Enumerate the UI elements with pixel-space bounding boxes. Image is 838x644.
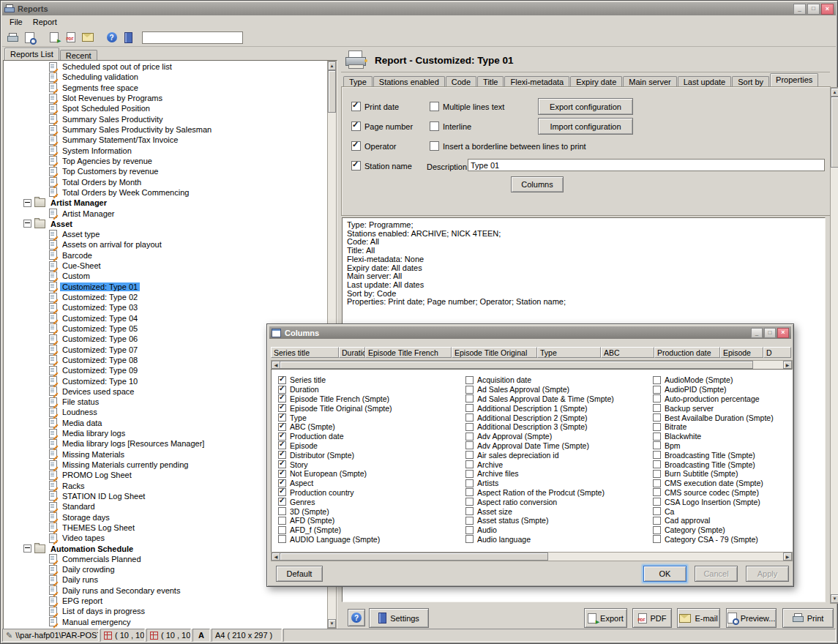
column-option[interactable]: AFD (Smpte) [278, 516, 463, 525]
checkbox-unchecked[interactable] [278, 535, 286, 543]
checkbox-unchecked[interactable] [653, 404, 661, 412]
tab-title[interactable]: Title [477, 76, 504, 87]
tree-item[interactable]: Top Agencies by revenue [4, 156, 328, 166]
tree-item[interactable]: Segments free space [4, 83, 328, 93]
tree-item[interactable]: Asset type [4, 229, 328, 239]
checkbox-unchecked[interactable] [465, 488, 474, 496]
column-option[interactable]: Episode Title Original (Smpte) [278, 403, 463, 413]
export-button[interactable]: Export [584, 608, 627, 628]
scrollbar-thumb[interactable] [280, 553, 548, 561]
column-option[interactable]: Archive files [465, 469, 650, 479]
column-option[interactable]: Story [278, 460, 463, 469]
import-configuration-button[interactable]: Import configuration [538, 118, 633, 135]
export-configuration-button[interactable]: Export configuration [538, 98, 633, 115]
checkbox-unchecked[interactable] [653, 433, 661, 441]
checkbox-unchecked[interactable] [653, 441, 661, 449]
checkbox-unchecked[interactable] [653, 535, 661, 543]
checkbox-unchecked[interactable] [465, 498, 474, 506]
property-option[interactable]: Page number [351, 116, 424, 136]
column-option[interactable]: Aspect ratio conversion [465, 497, 650, 506]
tree-item[interactable]: Scheduling validation [4, 72, 328, 82]
checkbox-checked[interactable] [278, 451, 286, 459]
checkbox-unchecked[interactable] [465, 460, 474, 468]
column-option[interactable]: Duration [278, 385, 463, 394]
column-option[interactable]: AudioMode (Smpte) [653, 375, 793, 385]
menu-report[interactable]: Report [28, 16, 62, 28]
tree-item[interactable]: Customized: Type 03 [4, 302, 328, 312]
column-option[interactable]: Cad approval [653, 516, 793, 525]
tree-item[interactable]: Top Customers by revenue [4, 166, 328, 176]
tab-code[interactable]: Code [446, 76, 476, 87]
column-option[interactable]: Genres [278, 497, 463, 506]
checkbox-unchecked[interactable] [653, 507, 661, 515]
column-option[interactable]: 3D (Smpte) [278, 506, 463, 516]
column-option[interactable]: AUDIO Language (Smpte) [278, 535, 463, 544]
column-option[interactable]: Adv Approval Date Time (Smpte) [465, 441, 650, 451]
tree-item[interactable]: Assets on arrival for playout [4, 239, 328, 250]
pdf-toolbar-button[interactable] [63, 30, 78, 45]
tree-item[interactable]: Manual emergency [4, 617, 328, 627]
checkbox-checked[interactable] [278, 441, 286, 449]
column-option[interactable]: Asset status (Smpte) [465, 516, 650, 525]
column-option[interactable]: Bitrate [653, 422, 793, 432]
export-toolbar-button[interactable] [46, 30, 61, 45]
checkbox-checked[interactable] [351, 141, 361, 151]
checkbox-unchecked[interactable] [465, 386, 474, 394]
property-option[interactable]: Operator [351, 136, 424, 156]
checkbox-unchecked[interactable] [465, 535, 474, 543]
checkbox-unchecked[interactable] [278, 517, 286, 525]
tab-properties[interactable]: Properties [770, 73, 818, 86]
checkbox-checked[interactable] [278, 376, 286, 384]
scroll-down-icon[interactable]: ▼ [328, 619, 336, 628]
email-button[interactable]: E-mail [677, 608, 720, 628]
column-option[interactable]: Asset size [465, 506, 650, 516]
column-option[interactable]: Aspect [278, 479, 463, 488]
checkbox-unchecked[interactable] [653, 451, 661, 459]
toolbar-search-input[interactable] [142, 31, 243, 44]
tree-item[interactable]: Spot Scheduled Position [4, 103, 328, 113]
tree-item[interactable]: Slot Revenues by Programs [4, 93, 328, 103]
checkbox-unchecked[interactable] [465, 376, 474, 384]
grid-header-episode-title-original[interactable]: Episode Title Original [452, 347, 537, 358]
preview-button[interactable]: Preview... [726, 608, 777, 628]
print-toolbar-button[interactable] [5, 30, 20, 45]
checkbox-unchecked[interactable] [465, 451, 474, 459]
checkbox-unchecked[interactable] [465, 517, 474, 525]
tree-item[interactable]: Customized: Type 02 [4, 292, 328, 302]
checkbox-checked[interactable] [278, 413, 286, 422]
grid-header-type[interactable]: Type [537, 347, 601, 358]
grid-header-abc[interactable]: ABC [601, 347, 654, 358]
minimize-button[interactable]: _ [793, 4, 806, 15]
column-option[interactable]: Audio language [465, 535, 650, 544]
column-option[interactable]: Ca [653, 506, 793, 516]
scroll-up-icon[interactable]: ▲ [328, 61, 336, 70]
checkbox-unchecked[interactable] [653, 386, 661, 394]
checkbox-unchecked[interactable] [465, 526, 474, 534]
left-tab-reports-list[interactable]: Reports List [4, 48, 59, 60]
grid-header-series-title[interactable]: Series title [271, 347, 339, 358]
checkbox-checked[interactable] [278, 394, 286, 402]
checkbox-unchecked[interactable] [465, 470, 474, 478]
tree-item[interactable]: Summary Sales Productivity by Salesman [4, 124, 328, 135]
scroll-up-icon[interactable]: ▲ [831, 88, 838, 97]
tab-main-server[interactable]: Main server [623, 76, 676, 87]
checkbox-checked[interactable] [278, 488, 286, 496]
cancel-button[interactable]: Cancel [695, 566, 738, 582]
column-option[interactable]: Adv Approval (Smpte) [465, 432, 650, 441]
column-option[interactable]: CMS source codec (Smpte) [653, 488, 793, 498]
grid-header-episode[interactable]: Episode [720, 347, 763, 358]
tab-sort-by[interactable]: Sort by [732, 76, 769, 87]
checkbox-checked[interactable] [278, 433, 286, 441]
minimize-button[interactable]: _ [751, 328, 763, 338]
checkbox-unchecked[interactable] [653, 413, 661, 422]
checkbox-unchecked[interactable] [465, 404, 474, 412]
grid-header-d[interactable]: D [763, 347, 791, 358]
close-button[interactable]: × [821, 4, 834, 15]
checkbox-unchecked[interactable] [430, 102, 439, 111]
column-option[interactable]: Production country [278, 488, 463, 498]
column-option[interactable]: Audio [465, 525, 650, 535]
column-option[interactable]: Backup server [653, 403, 793, 413]
column-option[interactable]: Ad Sales Approval Date & Time (Smpte) [465, 394, 650, 404]
property-option[interactable]: Insert a borderline between lines to pri… [430, 136, 693, 156]
checkbox-checked[interactable] [278, 404, 286, 412]
